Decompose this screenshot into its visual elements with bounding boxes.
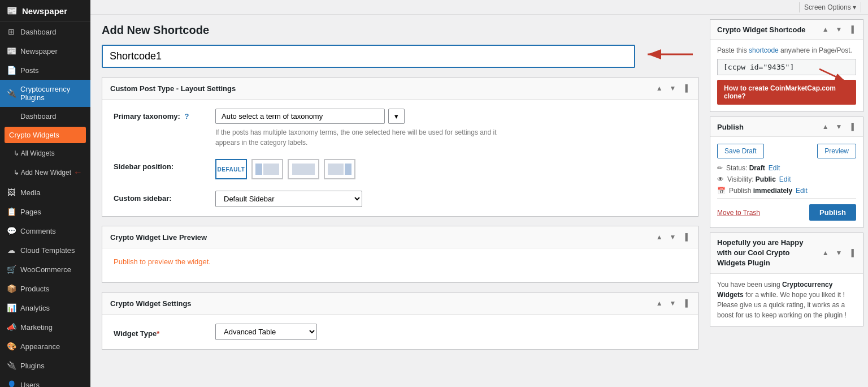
sidebar-item-label: Marketing: [20, 323, 53, 332]
sidebar-item-posts[interactable]: 📄 Posts: [0, 61, 90, 80]
shortcode-link[interactable]: shortcode: [749, 46, 779, 54]
preview-panel-down-btn[interactable]: ▼: [667, 232, 679, 242]
sidebar-item-cloud-templates[interactable]: ☁ Cloud Templates: [0, 240, 90, 260]
screen-options-button[interactable]: Screen Options: [799, 2, 861, 12]
move-to-trash-button[interactable]: Move to Trash: [717, 209, 760, 217]
coinmarket-clone-button[interactable]: How to create CoinMarketCap.com clone?: [717, 80, 856, 105]
publish-panel-title: Publish: [717, 123, 744, 131]
happy-panel-up-btn[interactable]: ▲: [820, 248, 831, 258]
svg-line-3: [819, 69, 845, 81]
marketing-icon: 📣: [7, 322, 16, 332]
custom-sidebar-select[interactable]: Default Sidebar: [215, 191, 362, 207]
sidebar-item-woocommerce[interactable]: 🛒 WooCommerce: [0, 260, 90, 279]
publish-panel-controls: ▲ ▼ ▐: [820, 122, 856, 132]
plugins-icon: 🔌: [7, 361, 16, 370]
sidebar-item-label: WooCommerce: [20, 265, 71, 274]
settings-panel-up-btn[interactable]: ▲: [654, 298, 665, 308]
publish-panel-down-btn[interactable]: ▼: [834, 122, 845, 132]
settings-panel-controls: ▲ ▼ ▐: [654, 298, 690, 308]
users-icon: 👤: [7, 380, 16, 387]
shortcode-panel-down-btn[interactable]: ▼: [834, 24, 845, 35]
primary-taxonomy-row: Primary taxonomy: ? ▾ If the posts has m…: [114, 109, 687, 148]
sidebar: 📰 Newspaper ⊞ Dashboard 📰 Newspaper 📄 Po…: [0, 0, 90, 387]
crypto-shortcode-panel-title: Crypto Widget Shortcode: [717, 25, 806, 34]
widget-type-select[interactable]: Advanced Table Simple Table Price Ticker…: [215, 324, 317, 340]
sidebar-item-pages[interactable]: 📋 Pages: [0, 202, 90, 221]
sidebar-pos-default-btn[interactable]: DEFAULT: [215, 159, 247, 179]
live-preview-panel: Crypto Widget Live Preview ▲ ▼ ▐ Publish…: [102, 226, 698, 283]
taxonomy-input[interactable]: [215, 109, 385, 124]
widget-type-label: Widget Type*: [114, 326, 215, 338]
status-edit-link[interactable]: Edit: [769, 164, 780, 172]
happy-panel-down-btn[interactable]: ▼: [834, 248, 845, 258]
appearance-icon: 🎨: [7, 342, 16, 351]
settings-panel-title: Crypto Widget Settings: [110, 299, 192, 308]
add-new-widget-arrow-icon: ←: [73, 167, 83, 178]
sidebar-item-label: Appearance: [20, 342, 60, 351]
sidebar-item-users[interactable]: 👤 Users: [0, 375, 90, 387]
sidebar-item-plugins[interactable]: 🔌 Plugins: [0, 356, 90, 375]
shortcode-paste-hint: Paste this shortcode anywhere in Page/Po…: [717, 46, 856, 54]
layout-panel-header: Custom Post Type - Layout Settings ▲ ▼ ▐: [102, 78, 698, 100]
sidebar-item-dashboard2[interactable]: Dashboard: [0, 107, 90, 126]
sidebar-logo-icon: 📰: [7, 6, 18, 16]
panel-hide-btn[interactable]: ▐: [680, 83, 690, 93]
preview-panel-up-btn[interactable]: ▲: [654, 232, 665, 242]
shortcode-panel-up-btn[interactable]: ▲: [820, 24, 831, 35]
panel-collapse-up-btn[interactable]: ▲: [654, 83, 665, 93]
status-pencil-icon: ✏: [717, 164, 723, 172]
visibility-meta: 👁 Visibility: Public Edit: [717, 175, 856, 183]
sidebar-item-analytics[interactable]: 📊 Analytics: [0, 298, 90, 317]
publish-button[interactable]: Publish: [809, 204, 856, 221]
visibility-edit-link[interactable]: Edit: [779, 175, 791, 183]
sidebar-item-crypto-widgets[interactable]: Crypto Widgets: [5, 127, 86, 143]
preview-panel-body: Publish to preview the widget.: [102, 248, 698, 282]
taxonomy-help-icon[interactable]: ?: [184, 112, 189, 121]
sidebar-item-label: Cryptocurrency Plugins: [20, 85, 84, 102]
publish-panel: Publish ▲ ▼ ▐ Save Draft Preview ✏ Statu…: [710, 117, 863, 228]
sidebar-item-dashboard[interactable]: ⊞ Dashboard: [0, 22, 90, 41]
taxonomy-dropdown-button[interactable]: ▾: [388, 109, 405, 124]
publish-panel-header: Publish ▲ ▼ ▐: [710, 117, 863, 137]
taxonomy-control-wrap: ▾ If the posts has multiple taxonomy ter…: [215, 109, 687, 148]
sidebar-item-appearance[interactable]: 🎨 Appearance: [0, 337, 90, 356]
sidebar-position-controls: DEFAULT: [215, 159, 687, 179]
posts-icon: 📄: [7, 66, 16, 75]
shortcode-panel-hide-btn[interactable]: ▐: [847, 24, 856, 35]
settings-panel-down-btn[interactable]: ▼: [667, 298, 679, 308]
sidebar-item-label: ↳ All Widgets: [14, 149, 55, 157]
sidebar-item-marketing[interactable]: 📣 Marketing: [0, 317, 90, 337]
sidebar-pos-left-btn[interactable]: [251, 159, 283, 179]
right-sidebar: Crypto Widget Shortcode ▲ ▼ ▐ Paste this…: [710, 15, 868, 387]
publish-panel-up-btn[interactable]: ▲: [820, 122, 831, 132]
sidebar-item-all-widgets[interactable]: ↳ All Widgets: [0, 144, 90, 162]
settings-panel-body: Widget Type* Advanced Table Simple Table…: [102, 315, 698, 349]
layout-panel-title: Custom Post Type - Layout Settings: [110, 84, 236, 93]
sidebar-item-newspaper[interactable]: 📰 Newspaper: [0, 41, 90, 61]
shortcode-name-input[interactable]: [102, 45, 635, 68]
settings-panel-hide-btn[interactable]: ▐: [680, 298, 690, 308]
publish-date-edit-link[interactable]: Edit: [796, 187, 808, 195]
save-draft-button[interactable]: Save Draft: [717, 144, 764, 158]
publish-panel-hide-btn[interactable]: ▐: [847, 122, 856, 132]
layout-panel-body: Primary taxonomy: ? ▾ If the posts has m…: [102, 100, 698, 216]
sidebar-item-crypto-plugins[interactable]: 🔌 Cryptocurrency Plugins: [0, 80, 90, 107]
preview-panel-hide-btn[interactable]: ▐: [680, 232, 690, 242]
sidebar-item-add-new-widget[interactable]: ↳ Add New Widget ←: [0, 162, 90, 183]
panel-collapse-down-btn[interactable]: ▼: [667, 83, 679, 93]
sidebar-pos-right-btn[interactable]: [324, 159, 355, 179]
sidebar-item-label: Media: [20, 188, 40, 197]
preview-button[interactable]: Preview: [817, 144, 856, 158]
happy-panel-header: Hopefully you are Happy with our Cool Cr…: [710, 233, 863, 274]
sidebar-item-label: Users: [20, 381, 40, 388]
pages-icon: 📋: [7, 207, 16, 216]
sidebar-item-label: Cloud Templates: [20, 246, 75, 255]
sidebar-item-products[interactable]: 📦 Products: [0, 279, 90, 298]
happy-panel-hide-btn[interactable]: ▐: [847, 248, 856, 258]
sidebar-pos-none-btn[interactable]: [288, 159, 319, 179]
sidebar-item-media[interactable]: 🖼 Media: [0, 183, 90, 202]
status-meta: ✏ Status: Draft Edit: [717, 164, 856, 172]
visibility-eye-icon: 👁: [717, 175, 724, 183]
publish-footer: Move to Trash Publish: [717, 198, 856, 221]
sidebar-item-comments[interactable]: 💬 Comments: [0, 221, 90, 240]
